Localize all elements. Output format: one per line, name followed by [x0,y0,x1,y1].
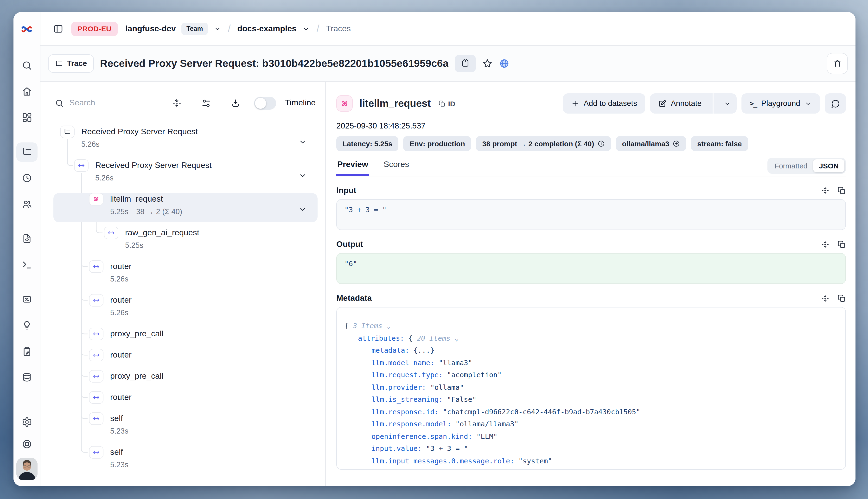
span-tree: Received Proxy Server Request5.26sReceiv… [53,115,318,479]
sidebar-bottom [16,412,37,486]
project-chevron-down-icon[interactable] [302,25,310,33]
search-placeholder: Search [69,98,95,108]
detail-tabs: Preview Scores Formatted JSON [336,158,846,177]
comments-button[interactable] [825,93,846,113]
tree-node-received-proxy-server-request[interactable]: Received Proxy Server Request5.26s [53,159,318,193]
sidebar-item-traces[interactable] [16,143,37,162]
annotate-dropdown[interactable] [718,93,737,113]
section-name[interactable]: Traces [326,24,351,34]
sidebar-item-database[interactable] [16,368,37,387]
org-chevron-down-icon[interactable] [213,25,221,33]
clipboard-pen-icon [21,346,32,356]
span-icon [104,227,118,239]
json-line: llm.request.type: "acompletion" [344,369,838,381]
collapse-all-icon[interactable] [172,98,182,108]
playground-button[interactable]: >_ Playground [742,93,820,113]
sidebar-item-clock[interactable] [16,168,37,188]
input-section-header: Input [336,186,846,195]
tab-preview[interactable]: Preview [336,158,369,171]
users-icon [21,199,32,209]
sidebar-item-file-code[interactable] [16,229,37,248]
copy-icon[interactable] [837,294,846,303]
tree-node-router[interactable]: router5.26s [53,293,318,327]
collapse-section-icon[interactable] [821,294,830,303]
copy-id-button[interactable]: ID [438,99,455,108]
collapse-section-icon[interactable] [821,240,830,249]
user-avatar[interactable] [16,458,37,480]
tree-node-proxy-pre-call[interactable]: proxy_pre_call [53,327,318,349]
plus-circle-icon[interactable] [673,140,680,147]
environment-badge[interactable]: PROD-EU [71,21,118,36]
tree-settings-icon[interactable] [201,98,211,108]
collapse-section-icon[interactable] [821,186,830,195]
add-to-datasets-button[interactable]: Add to datasets [563,93,645,113]
sidebar-item-home[interactable] [16,82,37,101]
sidebar-item-lightbulb[interactable] [16,316,37,335]
span-duration: 5.26s [81,139,318,150]
sidebar-item-settings[interactable] [16,412,37,431]
json-collapse-chevron[interactable]: ⌄ [450,334,459,342]
settings-icon [21,417,32,427]
copy-icon[interactable] [837,240,846,249]
public-globe-icon[interactable] [499,58,510,69]
delete-trace-button[interactable] [827,53,848,74]
span-icon [89,391,103,404]
trace-type-badge[interactable]: Trace [48,54,94,73]
project-name[interactable]: docs-examples [237,24,297,34]
span-name: self [110,447,318,458]
output-value: "6" [336,253,846,284]
sidebar-item-clipboard-pen[interactable] [16,342,37,361]
json-option[interactable]: JSON [813,159,844,172]
timeline-toggle[interactable] [254,97,277,109]
main-content: Search Timeline Received Proxy Server Re… [40,82,855,486]
trace-tree-panel: Search Timeline Received Proxy Server Re… [40,82,326,486]
tree-node-litellm-request[interactable]: litellm_request5.25s38 → 2 (Σ 40) [53,193,318,226]
span-name: router [110,261,318,272]
span-duration: 5.25s38 → 2 (Σ 40) [110,206,318,217]
tags-button[interactable] [455,55,476,72]
tree-node-router[interactable]: router5.26s [53,260,318,293]
sidebar-item-search[interactable] [16,56,37,75]
tree-node-router[interactable]: router [53,349,318,369]
org-name[interactable]: langfuse-dev [125,24,176,34]
sidebar-toggle-icon[interactable] [51,21,65,36]
generation-icon [89,193,103,206]
tab-scores[interactable]: Scores [383,158,410,171]
tree-node-received-proxy-server-request[interactable]: Received Proxy Server Request5.26s [53,125,318,159]
search-icon [21,60,32,71]
expand-chevron-icon[interactable] [298,171,307,180]
observation-badge[interactable]: 38 prompt → 2 completion (Σ 40) [476,136,611,151]
sidebar-item-users[interactable] [16,194,37,214]
plus-icon [571,99,579,108]
expand-chevron-icon[interactable] [298,138,307,146]
formatted-option[interactable]: Formatted [769,159,814,172]
json-line: metadata: {...} [344,344,838,357]
sidebar-item-lifebuoy[interactable] [16,435,37,454]
download-icon[interactable] [231,98,241,108]
action-buttons: Add to datasets Annotate >_ [563,93,846,113]
search-input[interactable]: Search [55,98,172,108]
observation-badge[interactable]: ollama/llama3 [616,136,686,151]
tree-node-proxy-pre-call[interactable]: proxy_pre_call [53,369,318,391]
timeline-label: Timeline [285,98,316,108]
json-collapse-chevron[interactable]: ⌄ [382,322,391,330]
tree-node-self[interactable]: self5.23s [53,446,318,479]
span-name: proxy_pre_call [110,328,318,340]
annotate-main[interactable]: Annotate [650,93,708,113]
span-name: Received Proxy Server Request [81,126,318,138]
copy-icon[interactable] [837,186,846,195]
tree-node-self[interactable]: self5.23s [53,412,318,446]
sidebar-item-dashboard[interactable] [16,108,37,127]
terminal-icon: >_ [750,100,757,107]
tree-node-raw-gen-ai-request[interactable]: raw_gen_ai_request5.25s [53,226,318,260]
lightbulb-icon [21,320,32,331]
sidebar-item-terminal[interactable] [16,255,37,274]
info-icon[interactable] [598,140,605,147]
sidebar-item-evals[interactable] [16,290,37,309]
bookmark-star-icon[interactable] [482,58,493,69]
view-format-toggle: Formatted JSON [768,158,846,174]
expand-chevron-icon[interactable] [298,205,307,214]
tree-node-router[interactable]: router [53,391,318,412]
clock-icon [21,173,32,183]
app-window: PROD-EU langfuse-dev Team / docs-example… [13,12,855,486]
